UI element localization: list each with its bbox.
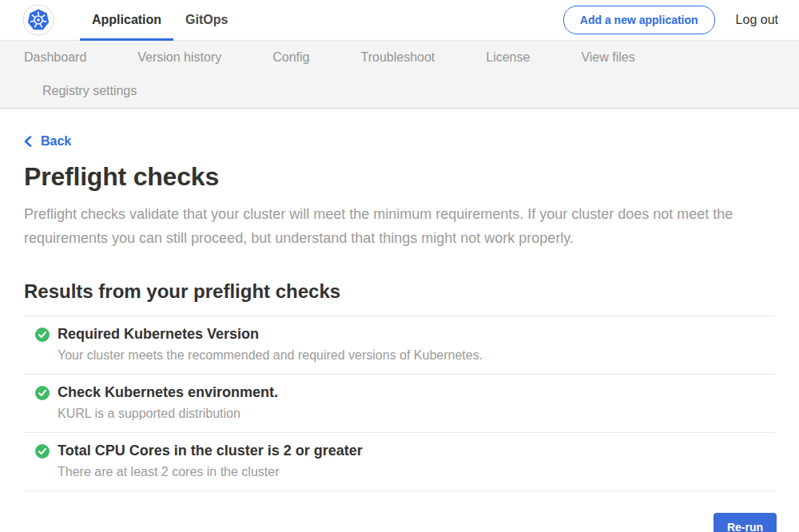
app-logo[interactable] xyxy=(22,0,54,40)
tab-application-label: Application xyxy=(92,13,161,27)
page-title: Preflight checks xyxy=(24,162,775,192)
logout-link[interactable]: Log out xyxy=(736,13,778,27)
back-link-label: Back xyxy=(41,134,71,149)
subnav-item-license[interactable]: License xyxy=(486,41,530,74)
app-subnav: Dashboard Version history Config Trouble… xyxy=(0,41,799,109)
check-title-row: Check Kubernetes environment. xyxy=(35,384,775,401)
subnav-item-version-history[interactable]: Version history xyxy=(137,41,221,74)
back-link[interactable]: Back xyxy=(24,134,71,149)
check-message: There are at least 2 cores in the cluste… xyxy=(35,465,775,479)
navbar-spacer xyxy=(240,0,562,40)
check-pass-icon xyxy=(35,386,50,400)
preflight-check-list: Required Kubernetes Version Your cluster… xyxy=(24,316,775,491)
check-item: Required Kubernetes Version Your cluster… xyxy=(24,316,775,374)
tab-application[interactable]: Application xyxy=(80,0,173,40)
rerun-button[interactable]: Re-run xyxy=(714,513,777,532)
navbar-right: Add a new application Log out xyxy=(563,0,778,40)
footer-actions: Re-run xyxy=(0,513,799,532)
check-item: Total CPU Cores in the cluster is 2 or g… xyxy=(24,432,775,490)
main-content: Back Preflight checks Preflight checks v… xyxy=(0,109,799,491)
check-pass-icon xyxy=(35,444,50,459)
tab-gitops-label: GitOps xyxy=(185,13,228,27)
subnav-item-registry-settings[interactable]: Registry settings xyxy=(42,74,137,108)
top-navbar: Application GitOps Add a new application… xyxy=(0,0,799,41)
primary-nav-tabs: Application GitOps xyxy=(80,0,240,40)
tab-gitops[interactable]: GitOps xyxy=(173,0,240,40)
subnav-item-troubleshoot[interactable]: Troubleshoot xyxy=(360,41,435,74)
subnav-item-view-files[interactable]: View files xyxy=(581,41,634,74)
check-title: Required Kubernetes Version xyxy=(58,326,259,343)
kubernetes-logo-icon xyxy=(22,4,54,36)
page-description: Preflight checks validate that your clus… xyxy=(24,202,763,250)
check-message: Your cluster meets the recommended and r… xyxy=(35,348,775,363)
check-message: KURL is a supported distribution xyxy=(35,407,775,421)
check-title-row: Required Kubernetes Version xyxy=(35,326,775,343)
results-heading: Results from your preflight checks xyxy=(24,280,775,303)
subnav-item-config[interactable]: Config xyxy=(272,41,309,74)
subnav-list: Dashboard Version history Config Trouble… xyxy=(24,41,775,108)
check-item: Check Kubernetes environment. KURL is a … xyxy=(24,374,775,432)
check-title: Check Kubernetes environment. xyxy=(58,384,278,401)
check-title-row: Total CPU Cores in the cluster is 2 or g… xyxy=(35,443,775,459)
chevron-left-icon xyxy=(24,136,32,147)
add-new-application-button[interactable]: Add a new application xyxy=(563,6,715,34)
check-pass-icon xyxy=(35,328,50,342)
check-title: Total CPU Cores in the cluster is 2 or g… xyxy=(58,443,363,459)
subnav-item-dashboard[interactable]: Dashboard xyxy=(24,41,86,74)
